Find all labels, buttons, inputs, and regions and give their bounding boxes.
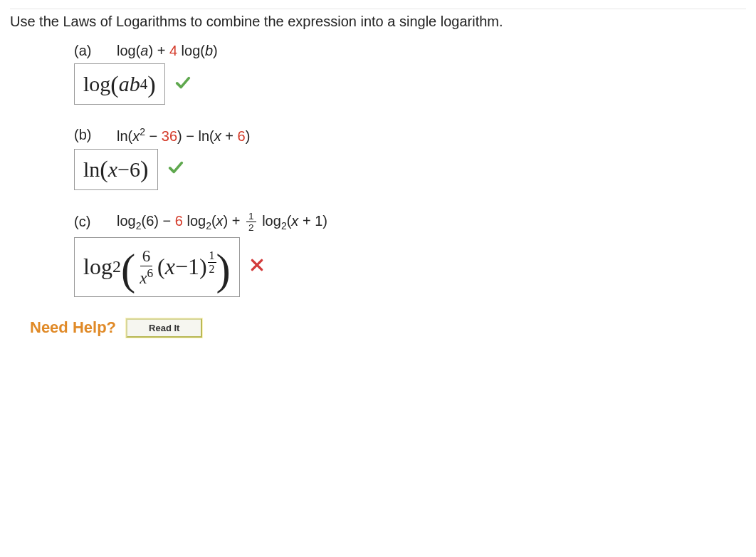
help-row: Need Help? Read It: [30, 318, 746, 338]
text: log(: [177, 43, 205, 58]
part-c-expression: log2(6) − 6 log2(x) + 1 2 log2(x + 1): [117, 212, 327, 233]
numerator: 6: [140, 248, 153, 266]
coefficient: 4: [169, 43, 177, 58]
text: ln: [83, 157, 100, 182]
part-b-expression-row: (b) ln(x2 − 36) − ln(x + 6): [74, 126, 746, 145]
part-a-answer-row: log(ab4): [74, 63, 746, 105]
part-b-label: (b): [74, 127, 117, 143]
part-a-label: (a): [74, 43, 117, 59]
var-a: a: [119, 72, 130, 96]
left-paren: (: [110, 71, 119, 98]
numerator: 1: [246, 212, 256, 223]
text: log: [262, 213, 281, 229]
text: ln(: [117, 128, 132, 144]
var-x: x: [216, 213, 224, 229]
var-x: x: [291, 213, 298, 229]
right-paren: ): [140, 155, 149, 183]
log-base: 2: [136, 220, 142, 231]
constant: 1: [188, 254, 199, 280]
denominator: 2: [208, 263, 216, 275]
var-x: x: [132, 128, 140, 144]
operator: −: [117, 157, 130, 182]
check-icon: [175, 75, 191, 94]
part-a-answer-input[interactable]: log(ab4): [74, 63, 165, 105]
read-it-button[interactable]: Read It: [126, 318, 202, 338]
log-base: 2: [281, 220, 287, 231]
text: + 1): [298, 213, 327, 229]
part-a-expression: log(a) + 4 log(b): [117, 43, 218, 59]
operator: −: [175, 254, 188, 280]
part-c-answer-input[interactable]: log2( 6 x6 (x − 1) 1 2 ): [74, 237, 240, 297]
part-c-expression-row: (c) log2(6) − 6 log2(x) + 1 2 log2(x + 1…: [74, 212, 746, 233]
text: ) +: [224, 213, 244, 229]
inner-paren-close: ): [199, 254, 207, 280]
exponent: 4: [140, 76, 148, 93]
right-paren: ): [147, 71, 156, 98]
log-base: 2: [206, 220, 211, 231]
exponent: 2: [140, 126, 145, 137]
numerator: 1: [208, 250, 216, 263]
exponent: 6: [147, 266, 153, 280]
part-b-answer-input[interactable]: ln(x − 6): [74, 149, 158, 190]
var-b: b: [130, 72, 140, 96]
text: ) +: [148, 43, 169, 58]
text: log: [83, 72, 110, 96]
part-c-answer-row: log2( 6 x6 (x − 1) 1 2 ): [74, 237, 746, 297]
var-x: x: [214, 128, 221, 144]
constant: 6: [238, 128, 246, 144]
var-x: x: [140, 268, 147, 286]
check-icon: [168, 160, 184, 179]
fraction: 6 x6: [137, 248, 155, 286]
text: log: [117, 213, 136, 229]
text: ) − ln(: [177, 128, 214, 144]
part-b-answer-row: ln(x − 6): [74, 149, 746, 190]
exponent-fraction: 1 2: [208, 250, 216, 275]
inner-paren: (: [157, 254, 165, 280]
constant: 6: [130, 157, 140, 182]
part-c-label: (c): [74, 214, 117, 230]
text: log: [183, 213, 206, 229]
text: ): [213, 43, 218, 58]
need-help-label: Need Help?: [30, 318, 116, 337]
text: (6) −: [142, 213, 175, 229]
log-base: 2: [112, 257, 121, 276]
var-b: b: [205, 43, 213, 58]
text: −: [145, 128, 162, 144]
part-a-expression-row: (a) log(a) + 4 log(b): [74, 43, 746, 59]
var-x: x: [165, 254, 175, 280]
part-b: (b) ln(x2 − 36) − ln(x + 6) ln(x − 6): [74, 126, 746, 190]
text: log: [83, 254, 112, 280]
var-a: a: [140, 43, 148, 58]
fraction: 1 2: [246, 212, 256, 233]
denominator: 2: [246, 222, 256, 233]
constant: 36: [162, 128, 177, 144]
text: log(: [117, 43, 140, 58]
part-b-expression: ln(x2 − 36) − ln(x + 6): [117, 126, 250, 145]
var-x: x: [108, 157, 117, 182]
question-instruction: Use the Laws of Logarithms to combine th…: [10, 9, 746, 30]
part-a: (a) log(a) + 4 log(b) log(ab4): [74, 43, 746, 105]
denominator: x6: [137, 266, 155, 286]
text: +: [221, 128, 238, 144]
coefficient: 6: [175, 213, 183, 229]
text: ): [246, 128, 251, 144]
left-paren: (: [100, 155, 108, 183]
x-icon: [250, 258, 264, 276]
part-c: (c) log2(6) − 6 log2(x) + 1 2 log2(x + 1…: [74, 212, 746, 297]
